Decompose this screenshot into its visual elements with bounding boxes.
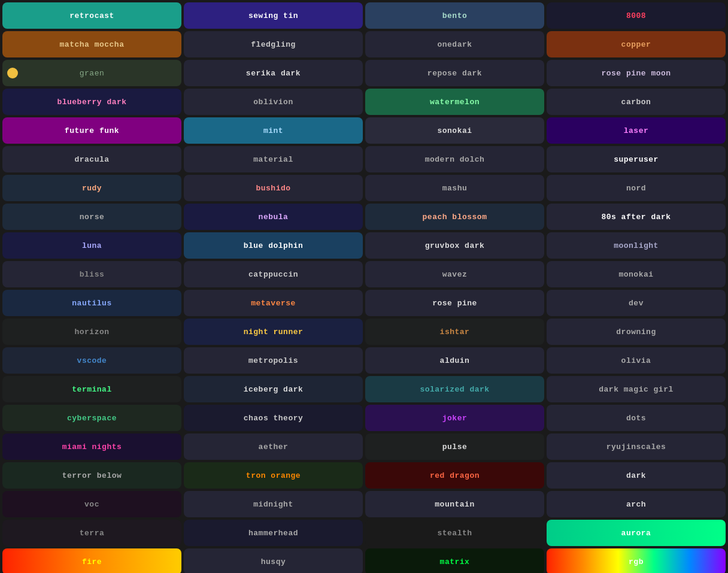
theme-button-tron-orange[interactable]: tron orange (184, 462, 363, 489)
theme-label: alduin (440, 356, 470, 365)
theme-button-mountain[interactable]: mountain (365, 491, 544, 517)
theme-label: graen (80, 69, 105, 78)
theme-label: rose pine (432, 299, 477, 308)
selected-dot-indicator (7, 68, 18, 78)
theme-button-dark-magic-girl[interactable]: dark magic girl (547, 376, 726, 402)
theme-button-sonokai[interactable]: sonokai (365, 117, 544, 144)
theme-button-rudy[interactable]: rudy (2, 175, 181, 201)
theme-button-modern-dolch[interactable]: modern dolch (365, 146, 544, 172)
theme-button-blueberry-dark[interactable]: blueberry dark (2, 89, 181, 115)
theme-button-sewing-tin[interactable]: sewing tin (184, 2, 363, 29)
theme-button-blue-dolphin[interactable]: blue dolphin (184, 232, 363, 259)
theme-button-nord[interactable]: nord (547, 175, 726, 201)
theme-button-matrix[interactable]: matrix (365, 548, 544, 573)
theme-label: material (253, 155, 293, 164)
theme-label: fire (82, 557, 102, 566)
theme-button-dark[interactable]: dark (547, 462, 726, 489)
theme-label: modern dolch (425, 155, 485, 164)
theme-button-miami-nights[interactable]: miami nights (2, 433, 181, 460)
theme-button-repose-dark[interactable]: repose dark (365, 60, 544, 86)
theme-button-material[interactable]: material (184, 146, 363, 172)
theme-button-laser[interactable]: laser (547, 117, 726, 144)
theme-button-matcha-moccha[interactable]: matcha moccha (2, 31, 181, 57)
theme-button-carbon[interactable]: carbon (547, 89, 726, 115)
theme-button-bento[interactable]: bento (365, 2, 544, 29)
theme-label: dark magic girl (599, 385, 674, 394)
theme-button-solarized-dark[interactable]: solarized dark (365, 376, 544, 402)
theme-button-8008[interactable]: 8008 (547, 2, 726, 29)
theme-button-alduin[interactable]: alduin (365, 347, 544, 374)
theme-button-rose-pine-moon[interactable]: rose pine moon (547, 60, 726, 86)
theme-button-vscode[interactable]: vscode (2, 347, 181, 374)
theme-button-voc[interactable]: voc (2, 491, 181, 517)
theme-button-iceberg-dark[interactable]: iceberg dark (184, 376, 363, 402)
theme-button-dracula[interactable]: dracula (2, 146, 181, 172)
theme-button-cyberspace[interactable]: cyberspace (2, 405, 181, 431)
theme-button-chaos-theory[interactable]: chaos theory (184, 405, 363, 431)
theme-button-aurora[interactable]: aurora (547, 520, 726, 546)
theme-button-nautilus[interactable]: nautilus (2, 290, 181, 316)
theme-button-gruvbox-dark[interactable]: gruvbox dark (365, 232, 544, 259)
theme-button-serika-dark[interactable]: serika dark (184, 60, 363, 86)
theme-button-horizon[interactable]: horizon (2, 319, 181, 345)
theme-label: arch (626, 500, 646, 509)
theme-label: serika dark (246, 69, 301, 78)
theme-button-dots[interactable]: dots (547, 405, 726, 431)
theme-label: drowning (616, 328, 656, 336)
theme-button-moonlight[interactable]: moonlight (547, 232, 726, 259)
theme-button-retrocast[interactable]: retrocast (2, 2, 181, 29)
theme-button-hammerhead[interactable]: hammerhead (184, 520, 363, 546)
theme-button-stealth[interactable]: stealth (365, 520, 544, 546)
theme-label: metaverse (251, 299, 296, 308)
theme-label: watermelon (430, 98, 480, 107)
theme-button-dev[interactable]: dev (547, 290, 726, 316)
theme-label: rgb (629, 557, 644, 566)
theme-button-terror-below[interactable]: terror below (2, 462, 181, 489)
theme-button-night-runner[interactable]: night runner (184, 319, 363, 345)
theme-button-nebula[interactable]: nebula (184, 204, 363, 230)
theme-button-ryujinscales[interactable]: ryujinscales (547, 433, 726, 460)
theme-button-olivia[interactable]: olivia (547, 347, 726, 374)
theme-button-mashu[interactable]: mashu (365, 175, 544, 201)
theme-button-husqy[interactable]: husqy (184, 548, 363, 573)
theme-button-red-dragon[interactable]: red dragon (365, 462, 544, 489)
theme-label: bento (442, 11, 468, 20)
theme-button-mint[interactable]: mint (184, 117, 363, 144)
theme-button-joker[interactable]: joker (365, 405, 544, 431)
theme-button-rgb[interactable]: rgb (547, 548, 726, 573)
theme-button-terra[interactable]: terra (2, 520, 181, 546)
theme-label: night runner (244, 328, 304, 336)
theme-button-metropolis[interactable]: metropolis (184, 347, 363, 374)
theme-button-ishtar[interactable]: ishtar (365, 319, 544, 345)
theme-label: ishtar (440, 328, 470, 336)
theme-label: repose dark (427, 69, 482, 78)
theme-button-bushido[interactable]: bushido (184, 175, 363, 201)
theme-button-watermelon[interactable]: watermelon (365, 89, 544, 115)
theme-label: fledgling (251, 40, 296, 49)
theme-button-80s-after-dark[interactable]: 80s after dark (547, 204, 726, 230)
theme-button-monokai[interactable]: monokai (547, 261, 726, 287)
theme-button-pulse[interactable]: pulse (365, 433, 544, 460)
theme-button-rose-pine[interactable]: rose pine (365, 290, 544, 316)
theme-button-luna[interactable]: luna (2, 232, 181, 259)
theme-button-peach-blossom[interactable]: peach blossom (365, 204, 544, 230)
theme-button-graen[interactable]: graen (2, 60, 181, 86)
theme-button-onedark[interactable]: onedark (365, 31, 544, 57)
theme-button-superuser[interactable]: superuser (547, 146, 726, 172)
theme-button-fledgling[interactable]: fledgling (184, 31, 363, 57)
theme-button-copper[interactable]: copper (547, 31, 726, 57)
theme-button-future-funk[interactable]: future funk (2, 117, 181, 144)
theme-button-oblivion[interactable]: oblivion (184, 89, 363, 115)
theme-button-norse[interactable]: norse (2, 204, 181, 230)
theme-button-arch[interactable]: arch (547, 491, 726, 517)
theme-button-midnight[interactable]: midnight (184, 491, 363, 517)
theme-button-terminal[interactable]: terminal (2, 376, 181, 402)
theme-button-aether[interactable]: aether (184, 433, 363, 460)
theme-button-bliss[interactable]: bliss (2, 261, 181, 287)
theme-button-drowning[interactable]: drowning (547, 319, 726, 345)
theme-button-fire[interactable]: fire (2, 548, 181, 573)
theme-button-wavez[interactable]: wavez (365, 261, 544, 287)
theme-button-catppuccin[interactable]: catppuccin (184, 261, 363, 287)
theme-label: blueberry dark (57, 98, 126, 107)
theme-button-metaverse[interactable]: metaverse (184, 290, 363, 316)
